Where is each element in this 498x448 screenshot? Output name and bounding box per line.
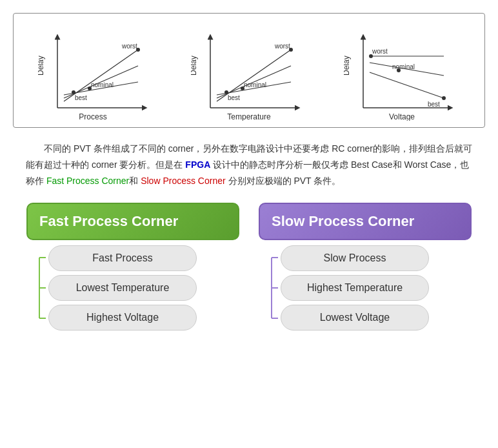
svg-text:nominal: nominal bbox=[392, 63, 415, 70]
svg-text:Voltage: Voltage bbox=[389, 112, 415, 121]
fast-corner-title: Fast Process Corner bbox=[39, 213, 178, 230]
slow-process-item: Slow Process bbox=[281, 245, 429, 271]
temperature-diagram: Delay Temperature worst nominal best bbox=[181, 24, 317, 121]
lowest-voltage-item: Lowest Voltage bbox=[281, 305, 429, 331]
svg-line-36 bbox=[370, 72, 444, 98]
highest-voltage-item: Highest Voltage bbox=[48, 305, 197, 331]
fast-corner-items-wrapper: Fast Process Lowest Temperature Highest … bbox=[26, 243, 197, 333]
fast-corner-group: Fast Process Corner Fast Process Lowest … bbox=[26, 203, 239, 333]
fast-process-item: Fast Process bbox=[48, 245, 197, 271]
slow-bracket-icon bbox=[265, 243, 281, 333]
svg-text:Delay: Delay bbox=[344, 56, 351, 76]
fast-corner-header: Fast Process Corner bbox=[26, 203, 239, 240]
fast-bracket-icon bbox=[33, 243, 48, 333]
svg-text:nominal: nominal bbox=[244, 81, 266, 88]
corners-section: Fast Process Corner Fast Process Lowest … bbox=[13, 203, 485, 333]
svg-text:Temperature: Temperature bbox=[227, 112, 271, 121]
process-diagram: Delay Process worst nominal best bbox=[28, 24, 164, 121]
process-svg: Delay Process worst nominal best bbox=[38, 24, 154, 121]
svg-text:worst: worst bbox=[372, 48, 388, 55]
svg-text:nominal: nominal bbox=[91, 81, 114, 88]
slow-corner-title: Slow Process Corner bbox=[272, 213, 414, 230]
fast-process-highlight: Fast Process Corner bbox=[46, 176, 129, 186]
svg-text:Delay: Delay bbox=[191, 56, 198, 76]
svg-text:best: best bbox=[228, 94, 240, 101]
highest-temperature-item: Highest Temperature bbox=[281, 275, 429, 301]
svg-text:worst: worst bbox=[274, 43, 290, 50]
svg-text:Process: Process bbox=[79, 112, 107, 121]
paragraph-text: 不同的 PVT 条件组成了不同的 corner，另外在数字电路设计中还要考虑 R… bbox=[26, 143, 472, 186]
svg-text:best: best bbox=[428, 101, 440, 108]
svg-text:best: best bbox=[75, 94, 87, 101]
temperature-svg: Delay Temperature worst nominal best bbox=[191, 24, 307, 121]
slow-process-highlight: Slow Process Corner bbox=[141, 176, 226, 186]
svg-point-37 bbox=[442, 96, 446, 100]
fpga-highlight: FPGA bbox=[185, 159, 210, 170]
slow-corner-header: Slow Process Corner bbox=[259, 203, 472, 240]
slow-corner-items-wrapper: Slow Process Highest Temperature Lowest … bbox=[259, 243, 429, 333]
slow-corner-items: Slow Process Highest Temperature Lowest … bbox=[281, 243, 429, 333]
slow-corner-group: Slow Process Corner Slow Process Highest… bbox=[259, 203, 472, 333]
lowest-temperature-item: Lowest Temperature bbox=[48, 275, 197, 301]
voltage-diagram: Delay Voltage worst nominal best bbox=[334, 24, 470, 121]
paragraph-section: 不同的 PVT 条件组成了不同的 corner，另外在数字电路设计中还要考虑 R… bbox=[26, 141, 472, 190]
voltage-svg: Delay Voltage worst nominal best bbox=[344, 24, 460, 121]
svg-text:Delay: Delay bbox=[38, 56, 45, 76]
diagrams-container: Delay Process worst nominal best bbox=[13, 13, 485, 128]
fast-corner-items: Fast Process Lowest Temperature Highest … bbox=[48, 243, 197, 333]
svg-text:worst: worst bbox=[121, 43, 137, 50]
